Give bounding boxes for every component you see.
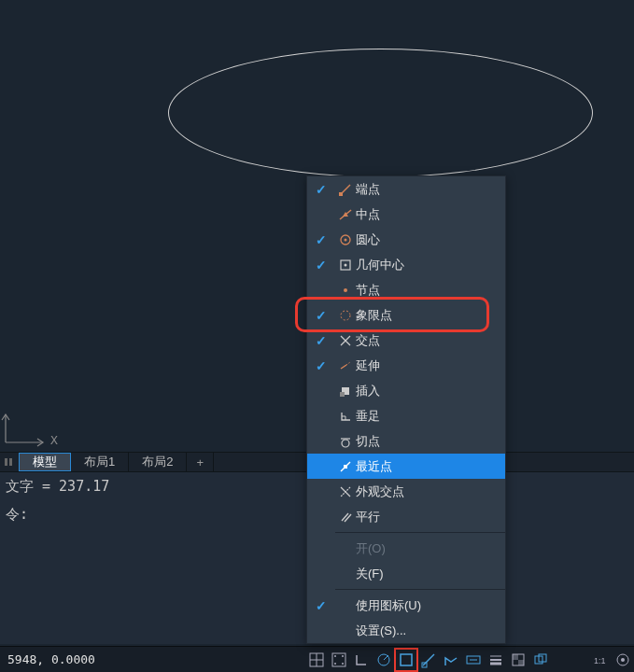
svg-rect-24 [518, 660, 524, 665]
intersect-icon [335, 334, 356, 347]
menu-osnap-perp[interactable]: 垂足 [307, 403, 505, 428]
svg-rect-3 [9, 458, 12, 466]
coordinates-readout[interactable]: 5948, 0.0000 [0, 652, 103, 666]
insert-icon [335, 385, 356, 398]
check-icon: ✓ [307, 358, 335, 373]
menu-separator [335, 532, 505, 533]
menu-label: 最近点 [356, 458, 498, 475]
svg-rect-45 [340, 392, 345, 397]
menu-osnap-insert[interactable]: 插入 [307, 378, 505, 403]
midpoint-icon [335, 208, 356, 221]
menu-label: 几何中心 [356, 257, 498, 273]
svg-line-43 [346, 362, 350, 365]
menu-osnap-quadrant[interactable]: ✓象限点 [307, 302, 505, 328]
menu-label: 插入 [356, 383, 498, 399]
menu-label: 端点 [356, 181, 498, 198]
snap-mode-icon[interactable] [328, 649, 350, 671]
polar-tracking-icon[interactable] [373, 649, 395, 671]
menu-osnap-midpoint[interactable]: 中点 [307, 202, 505, 227]
node-icon [335, 284, 356, 297]
extension-icon [335, 359, 356, 372]
dynamic-ucs-icon[interactable] [440, 649, 462, 671]
center-icon [335, 233, 356, 246]
menu-osnap-nearest[interactable]: 最近点 [307, 454, 505, 479]
ucs-x-label: X [50, 433, 58, 447]
svg-line-13 [384, 655, 388, 660]
menu-label: 平行 [356, 509, 498, 525]
menu-osnap-apparent[interactable]: 外观交点 [307, 479, 505, 504]
grid-display-icon[interactable] [305, 649, 328, 671]
tangent-icon [335, 435, 356, 448]
annotation-icon[interactable]: 1:1 [589, 649, 612, 671]
menu-osnap-center[interactable]: ✓圆心 [307, 227, 505, 252]
menu-label: 垂足 [356, 408, 498, 425]
menu-label: 中点 [356, 206, 498, 223]
tab-layout2[interactable]: 布局2 [129, 453, 187, 471]
menu-osnap-intersect[interactable]: ✓交点 [307, 328, 505, 353]
ortho-icon[interactable] [350, 649, 373, 671]
menu-label: 外观交点 [356, 483, 498, 500]
check-icon: ✓ [307, 333, 335, 348]
menu-osnap-parallel[interactable]: 平行 [307, 504, 505, 529]
svg-rect-49 [344, 465, 347, 469]
svg-point-35 [345, 238, 347, 241]
menu-use-icon[interactable]: ✓ 使用图标(U) [307, 593, 505, 618]
svg-rect-23 [513, 654, 518, 660]
endpoint-icon [335, 183, 356, 196]
osnap-tracking-icon[interactable] [417, 649, 440, 671]
parallel-icon [335, 511, 356, 524]
svg-line-53 [345, 514, 351, 522]
svg-line-15 [423, 654, 434, 665]
ellipse-shape [168, 49, 593, 177]
tab-add[interactable]: + [187, 453, 214, 471]
osnap-icon[interactable] [395, 649, 417, 671]
tab-layout1[interactable]: 布局1 [71, 453, 129, 471]
dynamic-input-icon[interactable] [462, 649, 485, 671]
menu-osnap-extension[interactable]: ✓延伸 [307, 353, 505, 378]
svg-rect-14 [401, 654, 412, 665]
menu-label: 圆心 [356, 231, 498, 248]
cycling-icon[interactable] [529, 649, 552, 671]
menu-settings[interactable]: 设置(S)... [307, 618, 505, 643]
perp-icon [335, 410, 356, 423]
svg-rect-7 [332, 653, 345, 666]
menu-label: 节点 [356, 282, 498, 299]
svg-point-37 [345, 263, 347, 266]
quadrant-icon [335, 309, 356, 322]
menu-close[interactable]: 关(F) [307, 561, 505, 586]
ucs-indicator: X [0, 411, 65, 448]
geocenter-icon [335, 259, 356, 272]
svg-line-42 [341, 365, 346, 369]
check-icon: ✓ [307, 258, 335, 273]
svg-point-8 [334, 655, 336, 657]
svg-text:1:1: 1:1 [594, 656, 606, 665]
svg-point-9 [342, 655, 344, 657]
svg-rect-2 [5, 458, 7, 466]
svg-point-39 [341, 311, 350, 320]
lineweight-icon[interactable] [485, 649, 507, 671]
nearest-icon [335, 460, 356, 473]
tab-model[interactable]: 模型 [19, 453, 71, 471]
svg-point-29 [621, 658, 625, 662]
svg-point-38 [344, 288, 347, 292]
menu-label: 交点 [356, 332, 498, 349]
menu-label: 切点 [356, 433, 498, 450]
check-icon: ✓ [307, 182, 335, 197]
menu-label: 延伸 [356, 357, 498, 374]
transparency-icon[interactable] [507, 649, 529, 671]
menu-osnap-tangent[interactable]: 切点 [307, 428, 505, 454]
osnap-context-menu: ✓端点中点✓圆心✓几何中心节点✓象限点✓交点✓延伸插入垂足切点最近点外观交点平行… [306, 175, 506, 644]
check-icon: ✓ [307, 308, 335, 323]
svg-rect-31 [339, 192, 343, 196]
svg-point-10 [334, 663, 336, 665]
menu-osnap-geocenter[interactable]: ✓几何中心 [307, 252, 505, 277]
apparent-icon [335, 485, 356, 498]
menu-osnap-endpoint[interactable]: ✓端点 [307, 176, 505, 202]
status-icons: 1:1 [305, 649, 634, 671]
menu-open: 开(O) [307, 536, 505, 561]
check-icon: ✓ [307, 232, 335, 247]
workspace-icon[interactable] [612, 649, 634, 671]
tab-nav-handle[interactable] [0, 453, 19, 471]
menu-separator [335, 589, 505, 590]
menu-osnap-node[interactable]: 节点 [307, 277, 505, 302]
